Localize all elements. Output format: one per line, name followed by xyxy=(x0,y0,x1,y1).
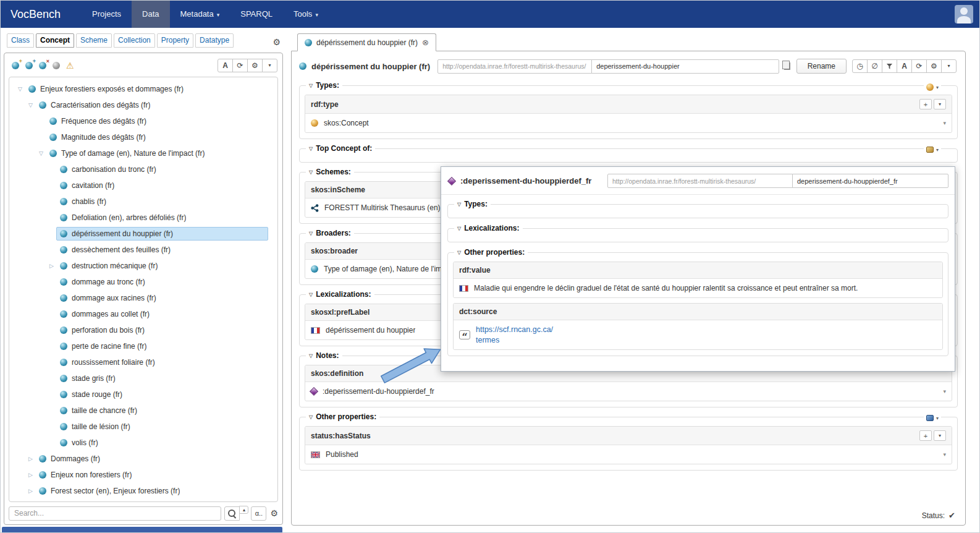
search-input[interactable] xyxy=(9,506,221,521)
tree-item[interactable]: Defoliation (en), arbres défoliés (fr) xyxy=(9,210,277,226)
add-value-icon[interactable] xyxy=(926,83,934,91)
expand-icon[interactable]: ▷ xyxy=(26,456,35,462)
create-narrower-button[interactable]: + xyxy=(25,62,33,69)
settings-button[interactable]: ⚙ xyxy=(247,59,263,72)
tab-class[interactable]: Class xyxy=(7,33,34,48)
add-value-icon[interactable] xyxy=(926,147,934,153)
search-mode-button[interactable]: ▴ xyxy=(239,506,248,514)
rendering-button[interactable]: A xyxy=(897,59,912,73)
value-row[interactable]: “https://scf.rncan.gc.ca/termes xyxy=(454,320,942,349)
source-link[interactable]: https://scf.rncan.gc.ca/ xyxy=(476,325,553,334)
partition-header[interactable]: ▽Notes: xyxy=(306,351,342,360)
chevron-down-icon[interactable]: ▾ xyxy=(943,388,946,394)
tree-item[interactable]: stade gris (fr) xyxy=(9,370,277,386)
partition-header[interactable]: ▽Other properties: xyxy=(454,248,528,257)
collapse-icon[interactable]: ▽ xyxy=(26,102,35,108)
tree-item[interactable]: roussissement foliaire (fr) xyxy=(9,354,277,370)
search-button[interactable] xyxy=(224,506,240,521)
tree-item[interactable]: ▽Caractérisation des dégâts (fr) xyxy=(9,97,277,113)
tree-item[interactable]: ▷Enjeux non forestiers (fr) xyxy=(9,467,277,483)
nav-item-tools[interactable]: Tools▾ xyxy=(283,1,329,28)
tree-item[interactable]: ▷destruction mécanique (fr) xyxy=(9,258,277,274)
popup-namespace-field[interactable] xyxy=(607,174,793,188)
source-link[interactable]: termes xyxy=(476,336,553,344)
partition-header[interactable]: ▽Top Concept of: xyxy=(306,144,375,153)
nav-item-projects[interactable]: Projects xyxy=(82,1,132,28)
expand-icon[interactable]: ▷ xyxy=(26,472,35,478)
tab-datatype[interactable]: Datatype xyxy=(195,33,234,48)
warning-button[interactable]: ⚠ xyxy=(66,61,74,70)
partition-header[interactable]: ▽Lexicalizations: xyxy=(454,224,523,232)
expand-icon[interactable]: ▷ xyxy=(47,263,56,269)
create-concept-button[interactable]: + xyxy=(12,62,19,69)
tree-item[interactable]: ▽Enjeux forestiers exposés et dommages (… xyxy=(9,81,277,97)
namespace-field[interactable] xyxy=(437,59,592,74)
partition-header[interactable]: ▽Lexicalizations: xyxy=(306,290,374,299)
resource-tab[interactable]: dépérissement du houppier (fr) ⊗ xyxy=(297,33,436,51)
collapse-icon[interactable]: ▽ xyxy=(15,86,25,92)
partition-header[interactable]: ▽Broaders: xyxy=(306,229,354,237)
hide-deprecated-button[interactable]: ∅ xyxy=(867,59,882,73)
tree-item[interactable]: ▽Type of damage (en), Nature de l'impact… xyxy=(9,145,277,161)
tree-item[interactable]: taille de lésion (fr) xyxy=(9,419,277,435)
deprecate-concept-button[interactable] xyxy=(53,62,60,69)
tree-item[interactable]: dépérissement du houppier (fr) xyxy=(9,226,277,242)
tree-item[interactable]: ▷Forest sector (en), Enjeux forestiers (… xyxy=(9,483,277,499)
refresh-button[interactable]: ⟳ xyxy=(911,59,927,73)
tree-item[interactable]: carbonisation du tronc (fr) xyxy=(9,161,277,177)
menu-button[interactable]: ▾ xyxy=(941,59,957,73)
history-button[interactable]: ◷ xyxy=(852,59,868,73)
tree-item[interactable]: stade rouge (fr) xyxy=(9,386,277,403)
value-row[interactable]: Maladie qui engendre le déclin graduel d… xyxy=(454,279,942,297)
partition-header[interactable]: ▽Schemes: xyxy=(306,168,354,176)
popup-localname-field[interactable] xyxy=(792,174,948,188)
tree-item[interactable]: ▷Dommages (fr) xyxy=(9,451,277,467)
tree-item[interactable]: Fréquence des dégâts (fr) xyxy=(9,113,277,129)
tree-item[interactable]: dommages au collet (fr) xyxy=(9,306,277,322)
status-icon[interactable]: ✔ xyxy=(948,511,955,520)
tabs-settings-icon[interactable]: ⚙ xyxy=(272,38,281,46)
chevron-down-icon[interactable]: ▾ xyxy=(936,147,939,153)
panel-splitter[interactable] xyxy=(2,527,282,533)
tree-item[interactable]: taille de chancre (fr) xyxy=(9,403,277,419)
add-value-button[interactable]: + xyxy=(919,430,932,441)
filter-button[interactable] xyxy=(882,59,897,73)
tree-item[interactable]: perte de racine fine (fr) xyxy=(9,338,277,354)
rendering-button[interactable]: A xyxy=(218,59,233,72)
tree-item[interactable]: volis (fr) xyxy=(9,435,277,451)
rename-button[interactable]: Rename xyxy=(796,59,847,74)
refresh-button[interactable]: ⟳ xyxy=(232,59,248,72)
nav-item-metadata[interactable]: Metadata▾ xyxy=(170,1,230,28)
value-row[interactable]: :deperissement-du-houppierdef_fr▾ xyxy=(305,382,952,401)
tree-item[interactable]: cavitation (fr) xyxy=(9,177,277,194)
localname-field[interactable] xyxy=(591,59,779,74)
add-value-button[interactable]: + xyxy=(919,99,932,109)
value-row[interactable]: skos:Concept▾ xyxy=(305,114,952,132)
partition-header[interactable]: ▽Types: xyxy=(454,200,491,208)
nav-item-data[interactable]: Data xyxy=(132,1,169,28)
tree-item[interactable]: dommage aux racines (fr) xyxy=(9,290,277,306)
expand-icon[interactable]: ▷ xyxy=(26,488,35,494)
collapse-button[interactable]: ▾ xyxy=(262,59,277,72)
chevron-down-icon[interactable]: ▾ xyxy=(936,85,939,90)
copy-uri-icon[interactable] xyxy=(784,62,790,70)
tab-concept[interactable]: Concept xyxy=(36,33,74,48)
tree-item[interactable]: Magnitude des dégâts (fr) xyxy=(9,129,277,145)
alphabetic-index-button[interactable]: α.. xyxy=(251,506,266,521)
search-settings-icon[interactable]: ⚙ xyxy=(270,509,278,518)
nav-item-sparql[interactable]: SPARQL xyxy=(230,1,283,28)
tree-item[interactable]: chablis (fr) xyxy=(9,194,277,210)
tab-scheme[interactable]: Scheme xyxy=(76,33,112,48)
tree-item[interactable]: perforation du bois (fr) xyxy=(9,322,277,338)
partition-header[interactable]: ▽Other properties: xyxy=(306,412,379,421)
settings-button[interactable]: ⚙ xyxy=(926,59,942,73)
chevron-down-icon[interactable]: ▾ xyxy=(943,451,946,458)
tree-item[interactable]: dessèchement des feuilles (fr) xyxy=(9,242,277,258)
predicate-menu-button[interactable]: ▾ xyxy=(934,99,946,109)
user-account-button[interactable] xyxy=(955,5,973,23)
add-value-icon[interactable] xyxy=(926,415,934,421)
close-tab-icon[interactable]: ⊗ xyxy=(422,38,429,46)
value-row[interactable]: Published▾ xyxy=(305,445,952,464)
partition-header[interactable]: ▽Types: xyxy=(306,81,342,90)
chevron-down-icon[interactable]: ▾ xyxy=(936,416,939,421)
